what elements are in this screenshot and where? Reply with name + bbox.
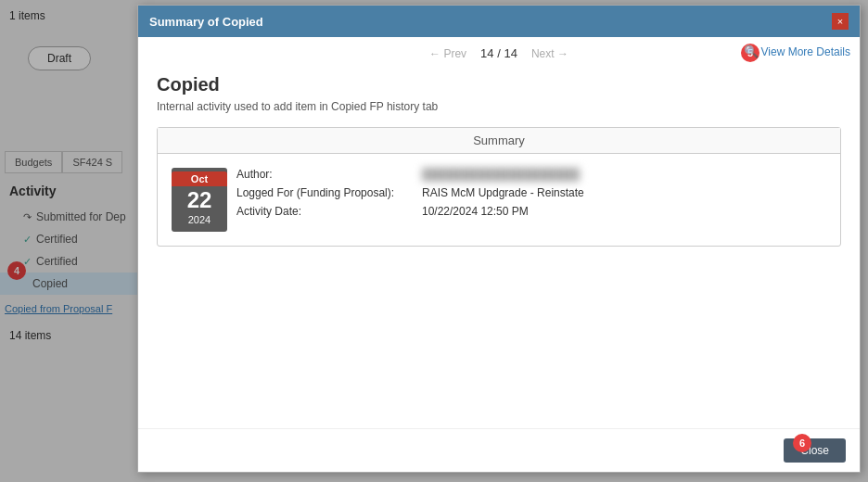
modal-nav: ← Prev 14 / 14 Next → 5 🔍 View More Deta…	[138, 37, 860, 65]
background-tabs: Budgets SF424 S	[5, 151, 144, 173]
date-badge: Oct 22 2024	[172, 168, 227, 232]
summary-details: Author: ████████████████████ Logged For …	[236, 168, 826, 232]
activity-item-certified1[interactable]: ✓ Certified	[0, 228, 139, 250]
summary-content: Oct 22 2024 Author: ████████████████████…	[158, 154, 840, 246]
nav-count: 14 / 14	[480, 46, 517, 60]
badge-4: 4	[7, 261, 26, 280]
activity-date-value: 10/22/2024 12:50 PM	[422, 205, 529, 218]
author-value: ████████████████████	[422, 168, 580, 181]
detail-row-author: Author: ████████████████████	[236, 168, 826, 181]
tab-budgets[interactable]: Budgets	[5, 151, 62, 173]
logged-for-value: RAIS McM Updgrade - Reinstate	[422, 186, 584, 199]
prev-button[interactable]: ← Prev	[429, 47, 466, 60]
arrow-icon: ↷	[23, 211, 32, 223]
items-count: 1 items	[9, 9, 45, 22]
magnify-icon: 🔍	[744, 44, 759, 58]
content-subtitle: Internal activity used to add item in Co…	[157, 100, 841, 113]
view-more-details-link[interactable]: 🔍 View More Details	[744, 44, 850, 58]
logged-for-label: Logged For (Funding Proposal):	[236, 186, 422, 199]
activity-header: Activity	[0, 176, 139, 206]
detail-row-logged-for: Logged For (Funding Proposal): RAIS McM …	[236, 186, 826, 199]
modal-body: Copied Internal activity used to add ite…	[138, 65, 860, 428]
summary-section: Summary Oct 22 2024 Author: ████████████…	[157, 127, 841, 247]
copied-from-link[interactable]: Copied from Proposal F	[5, 303, 112, 314]
modal: Summary of Copied × ← Prev 14 / 14 Next …	[137, 5, 861, 473]
activity-item-submitted[interactable]: ↷ Submitted for Dep	[0, 206, 139, 228]
view-more-label: View More Details	[761, 44, 850, 57]
tab-sf424s[interactable]: SF424 S	[62, 151, 122, 173]
date-day: 22	[172, 186, 227, 214]
items-14-count: 14 items	[9, 329, 51, 342]
modal-footer: 6 Close	[138, 428, 860, 472]
badge-6: 6	[793, 434, 811, 452]
date-year: 2024	[172, 214, 227, 228]
date-month: Oct	[172, 171, 227, 186]
modal-header: Summary of Copied ×	[138, 6, 860, 37]
next-button[interactable]: Next →	[531, 47, 568, 60]
detail-row-activity-date: Activity Date: 10/22/2024 12:50 PM	[236, 205, 826, 218]
activity-date-label: Activity Date:	[236, 205, 422, 218]
modal-title: Summary of Copied	[149, 15, 263, 29]
summary-header: Summary	[158, 128, 840, 154]
content-title: Copied	[157, 74, 841, 95]
author-label: Author:	[236, 168, 422, 181]
draft-button[interactable]: Draft	[28, 46, 91, 70]
modal-close-x-button[interactable]: ×	[832, 13, 849, 30]
check-icon: ✓	[23, 234, 32, 246]
